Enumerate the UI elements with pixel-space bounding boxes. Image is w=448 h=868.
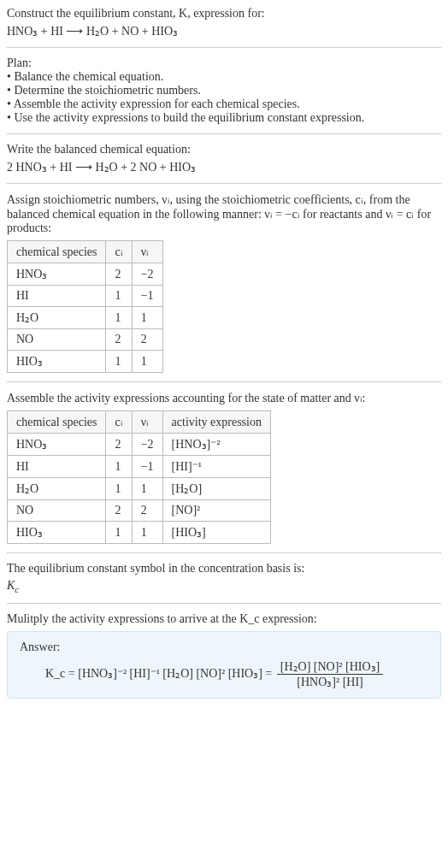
table-row: HIO₃ 1 1 [HIO₃] [8,522,271,544]
cell-species: HNO₃ [8,434,106,456]
stoich-text: Assign stoichiometric numbers, νᵢ, using… [7,192,441,235]
cell-vi: 1 [132,351,162,373]
cell-vi: 1 [132,307,162,329]
col-activity: activity expression [162,411,270,434]
kc-symbol-section: The equilibrium constant symbol in the c… [7,553,441,604]
cell-species: HIO₃ [8,522,106,544]
cell-ci: 2 [106,263,132,286]
cell-vi: 2 [132,500,162,522]
table-row: NO 2 2 [NO]² [8,500,271,522]
col-species: chemical species [8,241,106,263]
plan-section: Plan: • Balance the chemical equation. •… [7,48,441,134]
cell-species: HI [8,456,106,478]
cell-activity: [HNO₃]⁻² [162,434,270,456]
prompt-line1: Construct the equilibrium constant, K, e… [7,7,265,20]
intro-section: Construct the equilibrium constant, K, e… [7,7,441,48]
table-row: HIO₃ 1 1 [8,351,163,373]
table-row: HNO₃ 2 −2 [HNO₃]⁻² [8,434,271,456]
cell-species: H₂O [8,307,106,329]
answer-label: Answer: [20,641,428,654]
cell-species: HI [8,286,106,307]
cell-ci: 1 [106,286,132,307]
cell-vi: 1 [132,478,162,500]
activity-table: chemical species cᵢ νᵢ activity expressi… [7,410,271,544]
table-row: H₂O 1 1 [H₂O] [8,478,271,500]
col-vi: νᵢ [132,411,162,434]
prompt-text: Construct the equilibrium constant, K, e… [7,7,441,21]
balanced-heading: Write the balanced chemical equation: [7,143,441,156]
cell-ci: 1 [106,478,132,500]
cell-activity: [NO]² [162,500,270,522]
kc-denominator: [HNO₃]² [HI] [277,675,384,689]
table-row: HI 1 −1 [HI]⁻¹ [8,456,271,478]
plan-bullet-4: • Use the activity expressions to build … [7,111,441,125]
cell-activity: [HIO₃] [162,522,270,544]
table-row: H₂O 1 1 [8,307,163,329]
cell-activity: [HI]⁻¹ [162,456,270,478]
balanced-equation: 2 HNO₃ + HI ⟶ H₂O + 2 NO + HIO₃ [7,160,441,174]
cell-ci: 1 [106,351,132,373]
cell-ci: 1 [106,522,132,544]
cell-vi: −1 [132,456,162,478]
kc-expression: K_c = [HNO₃]⁻² [HI]⁻¹ [H₂O] [NO]² [HIO₃]… [20,659,428,689]
cell-species: NO [8,329,106,351]
kc-symbol-text: The equilibrium constant symbol in the c… [7,562,441,576]
cell-ci: 1 [106,456,132,478]
cell-ci: 2 [106,329,132,351]
cell-vi: 2 [132,329,162,351]
table-header-row: chemical species cᵢ νᵢ activity expressi… [8,411,271,434]
plan-bullet-1: • Balance the chemical equation. [7,70,441,84]
plan-heading: Plan: [7,56,441,70]
col-species: chemical species [8,411,106,434]
balanced-section: Write the balanced chemical equation: 2 … [7,134,441,184]
table-row: HI 1 −1 [8,286,163,307]
final-heading: Mulitply the activity expressions to arr… [7,612,441,626]
stoich-section: Assign stoichiometric numbers, νᵢ, using… [7,184,441,382]
unbalanced-equation: HNO₃ + HI ⟶ H₂O + NO + HIO₃ [7,24,441,38]
activity-heading: Assemble the activity expressions accoun… [7,391,441,405]
cell-ci: 2 [106,434,132,456]
kc-lhs: K_c = [HNO₃]⁻² [HI]⁻¹ [H₂O] [NO]² [HIO₃]… [45,667,275,680]
table-row: NO 2 2 [8,329,163,351]
cell-vi: 1 [132,522,162,544]
answer-box: Answer: K_c = [HNO₃]⁻² [HI]⁻¹ [H₂O] [NO]… [7,631,441,699]
col-vi: νᵢ [132,241,162,263]
cell-ci: 1 [106,307,132,329]
col-ci: cᵢ [106,241,132,263]
cell-vi: −2 [132,434,162,456]
cell-species: HNO₃ [8,263,106,286]
kc-symbol: Kc [7,579,441,594]
cell-vi: −2 [132,263,162,286]
table-header-row: chemical species cᵢ νᵢ [8,241,163,263]
table-row: HNO₃ 2 −2 [8,263,163,286]
plan-bullet-2: • Determine the stoichiometric numbers. [7,84,441,97]
final-section: Mulitply the activity expressions to arr… [7,604,441,707]
activity-section: Assemble the activity expressions accoun… [7,382,441,553]
col-ci: cᵢ [106,411,132,434]
stoich-table: chemical species cᵢ νᵢ HNO₃ 2 −2 HI 1 −1… [7,240,163,373]
cell-species: NO [8,500,106,522]
cell-ci: 2 [106,500,132,522]
cell-species: HIO₃ [8,351,106,373]
kc-numerator: [H₂O] [NO]² [HIO₃] [277,659,384,675]
cell-species: H₂O [8,478,106,500]
cell-activity: [H₂O] [162,478,270,500]
kc-fraction: [H₂O] [NO]² [HIO₃] [HNO₃]² [HI] [277,659,384,689]
cell-vi: −1 [132,286,162,307]
plan-bullet-3: • Assemble the activity expression for e… [7,97,441,111]
